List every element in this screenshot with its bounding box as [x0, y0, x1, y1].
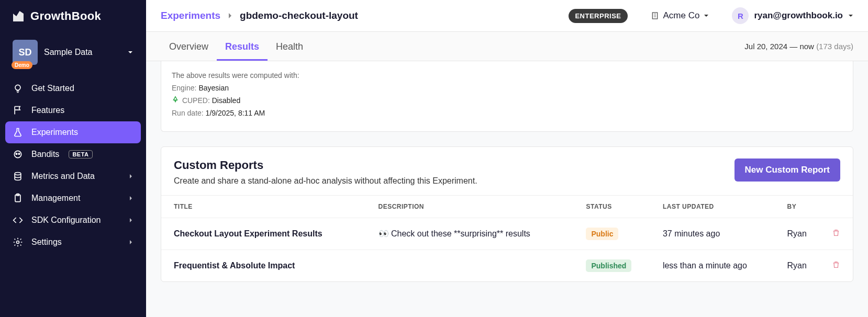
svg-point-0: [15, 85, 20, 90]
report-by: Ryan: [779, 218, 824, 250]
reports-title: Custom Reports: [174, 158, 477, 172]
report-status: Published: [577, 250, 654, 281]
project-name: Sample Data: [44, 48, 121, 57]
report-status: Public: [577, 218, 654, 250]
report-title: Checkout Layout Experiment Results: [161, 218, 370, 250]
enterprise-badge: ENTERPRISE: [569, 9, 627, 23]
chevron-right-icon: [128, 240, 133, 245]
trash-icon[interactable]: [832, 230, 840, 239]
database-icon: [13, 171, 23, 182]
building-icon: [651, 12, 659, 20]
nav-get-started[interactable]: Get Started: [5, 77, 141, 99]
reports-table: TITLE DESCRIPTION STATUS LAST UPDATED BY…: [161, 195, 853, 281]
content: The above results were computed with: En…: [146, 61, 868, 317]
col-title: TITLE: [161, 195, 370, 218]
nav-management[interactable]: Management: [5, 187, 141, 209]
org-selector[interactable]: Acme Co: [651, 10, 709, 21]
beta-badge: BETA: [69, 150, 92, 158]
svg-point-2: [16, 153, 17, 155]
date-range: Jul 20, 2024 — now (173 days): [744, 42, 853, 51]
lightbulb-icon: [13, 83, 23, 94]
table-row[interactable]: Frequentist & Absolute ImpactPublishedle…: [161, 250, 853, 281]
cuped-icon: [172, 95, 179, 107]
report-updated: 37 minutes ago: [654, 218, 779, 250]
col-last-updated: LAST UPDATED: [654, 195, 779, 218]
nav-features[interactable]: Features: [5, 99, 141, 121]
nav-sdk[interactable]: SDK Configuration: [5, 209, 141, 231]
demo-badge: Demo: [12, 61, 32, 69]
flag-icon: [13, 105, 23, 116]
growthbook-logo-icon: [10, 8, 26, 24]
code-icon: [13, 215, 23, 225]
user-email: ryan@growthbook.io: [754, 10, 843, 21]
clipboard-icon: [13, 193, 23, 203]
new-custom-report-button[interactable]: New Custom Report: [735, 158, 840, 182]
report-title: Frequentist & Absolute Impact: [161, 250, 370, 281]
user-menu[interactable]: R ryan@growthbook.io: [732, 7, 853, 24]
avatar: R: [732, 7, 749, 24]
svg-point-1: [14, 151, 21, 157]
breadcrumb-current: gbdemo-checkout-layout: [240, 10, 358, 21]
caret-down-icon: [848, 13, 853, 18]
nav-experiments[interactable]: Experiments: [5, 121, 141, 143]
nav: Get Started Features Experiments Bandits…: [0, 77, 146, 253]
logo[interactable]: GrowthBook: [0, 0, 146, 35]
report-description: 👀 Check out these **surprising** results: [370, 218, 578, 250]
tab-health[interactable]: Health: [268, 32, 311, 61]
project-badge: SD Demo: [13, 40, 38, 65]
bandit-icon: [13, 149, 23, 160]
nav-settings[interactable]: Settings: [5, 231, 141, 253]
chevron-right-icon: [128, 196, 133, 201]
col-status: STATUS: [577, 195, 654, 218]
table-row[interactable]: Checkout Layout Experiment Results👀 Chec…: [161, 218, 853, 250]
report-updated: less than a minute ago: [654, 250, 779, 281]
nav-bandits[interactable]: Bandits BETA: [5, 143, 141, 165]
col-by: BY: [779, 195, 824, 218]
report-description: [370, 250, 578, 281]
topbar: Experiments gbdemo-checkout-layout ENTER…: [146, 0, 868, 32]
computed-intro: The above results were computed with:: [172, 70, 842, 82]
svg-point-7: [17, 241, 19, 244]
reports-subtitle: Create and share a stand-alone ad-hoc an…: [174, 176, 477, 186]
report-by: Ryan: [779, 250, 824, 281]
svg-point-4: [15, 173, 21, 175]
computed-with-card: The above results were computed with: En…: [161, 61, 853, 132]
col-description: DESCRIPTION: [370, 195, 578, 218]
sidebar: GrowthBook SD Demo Sample Data Get Start…: [0, 0, 146, 317]
breadcrumb: Experiments gbdemo-checkout-layout: [161, 10, 358, 21]
breadcrumb-experiments[interactable]: Experiments: [161, 10, 220, 21]
project-selector[interactable]: SD Demo Sample Data: [5, 35, 141, 70]
subbar: Overview Results Health Jul 20, 2024 — n…: [146, 32, 868, 61]
svg-point-3: [18, 153, 20, 155]
caret-down-icon: [704, 13, 709, 18]
main: Experiments gbdemo-checkout-layout ENTER…: [146, 0, 868, 317]
logo-text: GrowthBook: [30, 9, 101, 23]
caret-down-icon: [127, 49, 133, 55]
tab-results[interactable]: Results: [217, 32, 268, 61]
svg-rect-8: [652, 13, 657, 19]
trash-icon[interactable]: [832, 262, 840, 270]
tab-overview[interactable]: Overview: [161, 32, 217, 61]
flask-icon: [13, 127, 23, 138]
nav-metrics[interactable]: Metrics and Data: [5, 165, 141, 187]
chevron-right-icon: [128, 174, 133, 179]
chevron-right-icon: [128, 218, 133, 223]
chevron-right-icon: [228, 13, 232, 19]
custom-reports-card: Custom Reports Create and share a stand-…: [161, 146, 853, 282]
gear-icon: [13, 237, 23, 247]
